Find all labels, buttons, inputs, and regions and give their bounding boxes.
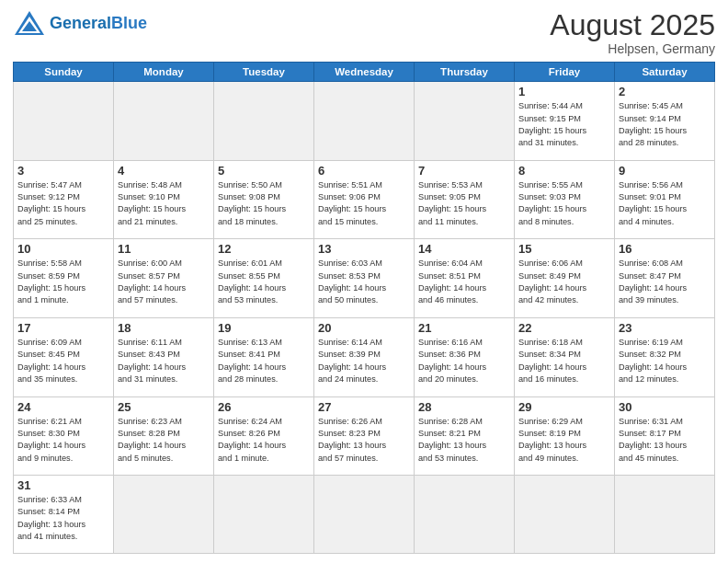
calendar-week-row: 3Sunrise: 5:47 AM Sunset: 9:12 PM Daylig… bbox=[14, 160, 715, 239]
day-number: 5 bbox=[218, 164, 310, 178]
calendar-cell: 12Sunrise: 6:01 AM Sunset: 8:55 PM Dayli… bbox=[214, 239, 314, 318]
calendar-cell: 27Sunrise: 6:26 AM Sunset: 8:23 PM Dayli… bbox=[314, 396, 415, 476]
calendar-cell: 23Sunrise: 6:19 AM Sunset: 8:32 PM Dayli… bbox=[615, 317, 715, 396]
day-number: 19 bbox=[218, 321, 310, 335]
day-info: Sunrise: 6:08 AM Sunset: 8:47 PM Dayligh… bbox=[619, 258, 711, 306]
calendar-cell bbox=[415, 82, 515, 161]
calendar-cell: 31Sunrise: 6:33 AM Sunset: 8:14 PM Dayli… bbox=[14, 476, 114, 554]
weekday-header-saturday: Saturday bbox=[615, 63, 715, 82]
title-month: August 2025 bbox=[550, 9, 715, 41]
calendar-cell: 3Sunrise: 5:47 AM Sunset: 9:12 PM Daylig… bbox=[14, 160, 114, 239]
calendar-cell: 13Sunrise: 6:03 AM Sunset: 8:53 PM Dayli… bbox=[314, 239, 415, 318]
day-info: Sunrise: 5:56 AM Sunset: 9:01 PM Dayligh… bbox=[619, 179, 711, 228]
day-number: 27 bbox=[318, 400, 410, 414]
calendar-cell: 6Sunrise: 5:51 AM Sunset: 9:06 PM Daylig… bbox=[314, 160, 415, 239]
logo: GeneralBlue bbox=[13, 9, 147, 37]
day-info: Sunrise: 6:11 AM Sunset: 8:43 PM Dayligh… bbox=[118, 337, 210, 385]
calendar-cell: 2Sunrise: 5:45 AM Sunset: 9:14 PM Daylig… bbox=[615, 82, 715, 161]
day-number: 9 bbox=[619, 164, 711, 178]
calendar-week-row: 10Sunrise: 5:58 AM Sunset: 8:59 PM Dayli… bbox=[14, 239, 715, 318]
day-info: Sunrise: 5:53 AM Sunset: 9:05 PM Dayligh… bbox=[418, 179, 510, 228]
calendar-cell: 18Sunrise: 6:11 AM Sunset: 8:43 PM Dayli… bbox=[114, 317, 214, 396]
calendar-cell: 5Sunrise: 5:50 AM Sunset: 9:08 PM Daylig… bbox=[214, 160, 314, 239]
calendar-cell: 19Sunrise: 6:13 AM Sunset: 8:41 PM Dayli… bbox=[214, 317, 314, 396]
calendar-cell bbox=[314, 82, 415, 161]
day-info: Sunrise: 5:47 AM Sunset: 9:12 PM Dayligh… bbox=[17, 179, 109, 228]
logo-general: General bbox=[50, 14, 111, 32]
calendar-cell bbox=[615, 476, 715, 554]
calendar-week-row: 1Sunrise: 5:44 AM Sunset: 9:15 PM Daylig… bbox=[14, 82, 715, 161]
weekday-header-thursday: Thursday bbox=[415, 63, 515, 82]
weekday-header-sunday: Sunday bbox=[14, 63, 114, 82]
calendar-cell: 7Sunrise: 5:53 AM Sunset: 9:05 PM Daylig… bbox=[415, 160, 515, 239]
day-number: 23 bbox=[619, 321, 711, 335]
page: GeneralBlue August 2025 Helpsen, Germany… bbox=[0, 0, 728, 563]
day-number: 21 bbox=[418, 321, 510, 335]
weekday-header-friday: Friday bbox=[515, 63, 615, 82]
day-info: Sunrise: 6:01 AM Sunset: 8:55 PM Dayligh… bbox=[218, 258, 310, 306]
day-info: Sunrise: 6:26 AM Sunset: 8:23 PM Dayligh… bbox=[318, 416, 410, 465]
day-info: Sunrise: 6:13 AM Sunset: 8:41 PM Dayligh… bbox=[218, 337, 310, 385]
calendar-week-row: 17Sunrise: 6:09 AM Sunset: 8:45 PM Dayli… bbox=[14, 317, 715, 396]
day-number: 2 bbox=[619, 85, 711, 98]
day-number: 30 bbox=[619, 400, 711, 414]
day-info: Sunrise: 6:04 AM Sunset: 8:51 PM Dayligh… bbox=[418, 258, 510, 306]
day-info: Sunrise: 6:09 AM Sunset: 8:45 PM Dayligh… bbox=[17, 337, 109, 385]
calendar-cell bbox=[114, 82, 214, 161]
calendar-cell: 22Sunrise: 6:18 AM Sunset: 8:34 PM Dayli… bbox=[515, 317, 615, 396]
calendar-cell bbox=[14, 82, 114, 161]
day-number: 8 bbox=[518, 164, 610, 178]
calendar-cell bbox=[114, 476, 214, 554]
day-number: 29 bbox=[518, 400, 610, 414]
day-info: Sunrise: 6:29 AM Sunset: 8:19 PM Dayligh… bbox=[518, 416, 610, 465]
calendar-cell: 17Sunrise: 6:09 AM Sunset: 8:45 PM Dayli… bbox=[14, 317, 114, 396]
calendar-cell: 10Sunrise: 5:58 AM Sunset: 8:59 PM Dayli… bbox=[14, 239, 114, 318]
day-number: 12 bbox=[218, 242, 310, 256]
weekday-header-row: SundayMondayTuesdayWednesdayThursdayFrid… bbox=[14, 63, 715, 82]
day-number: 13 bbox=[318, 242, 410, 256]
day-number: 20 bbox=[318, 321, 410, 335]
day-number: 15 bbox=[518, 242, 610, 256]
calendar-cell: 16Sunrise: 6:08 AM Sunset: 8:47 PM Dayli… bbox=[615, 239, 715, 318]
calendar-cell: 24Sunrise: 6:21 AM Sunset: 8:30 PM Dayli… bbox=[14, 396, 114, 476]
day-number: 31 bbox=[17, 478, 109, 492]
day-info: Sunrise: 6:14 AM Sunset: 8:39 PM Dayligh… bbox=[318, 337, 410, 385]
day-number: 28 bbox=[418, 400, 510, 414]
day-number: 22 bbox=[518, 321, 610, 335]
day-info: Sunrise: 5:51 AM Sunset: 9:06 PM Dayligh… bbox=[318, 179, 410, 228]
day-info: Sunrise: 6:03 AM Sunset: 8:53 PM Dayligh… bbox=[318, 258, 410, 306]
calendar-cell: 29Sunrise: 6:29 AM Sunset: 8:19 PM Dayli… bbox=[515, 396, 615, 476]
calendar-cell: 30Sunrise: 6:31 AM Sunset: 8:17 PM Dayli… bbox=[615, 396, 715, 476]
day-info: Sunrise: 6:21 AM Sunset: 8:30 PM Dayligh… bbox=[17, 416, 109, 465]
day-number: 6 bbox=[318, 164, 410, 178]
calendar-cell: 9Sunrise: 5:56 AM Sunset: 9:01 PM Daylig… bbox=[615, 160, 715, 239]
day-number: 1 bbox=[518, 85, 610, 98]
calendar-cell: 20Sunrise: 6:14 AM Sunset: 8:39 PM Dayli… bbox=[314, 317, 415, 396]
calendar-cell: 11Sunrise: 6:00 AM Sunset: 8:57 PM Dayli… bbox=[114, 239, 214, 318]
logo-icon bbox=[13, 9, 46, 37]
day-number: 24 bbox=[17, 400, 109, 414]
calendar-week-row: 31Sunrise: 6:33 AM Sunset: 8:14 PM Dayli… bbox=[14, 476, 715, 554]
calendar-cell: 1Sunrise: 5:44 AM Sunset: 9:15 PM Daylig… bbox=[515, 82, 615, 161]
day-number: 7 bbox=[418, 164, 510, 178]
header: GeneralBlue August 2025 Helpsen, Germany bbox=[13, 9, 715, 56]
calendar-week-row: 24Sunrise: 6:21 AM Sunset: 8:30 PM Dayli… bbox=[14, 396, 715, 476]
day-number: 11 bbox=[118, 242, 210, 256]
day-info: Sunrise: 5:45 AM Sunset: 9:14 PM Dayligh… bbox=[619, 100, 711, 149]
day-info: Sunrise: 5:58 AM Sunset: 8:59 PM Dayligh… bbox=[17, 258, 109, 306]
calendar-cell bbox=[415, 476, 515, 554]
day-number: 26 bbox=[218, 400, 310, 414]
day-info: Sunrise: 6:23 AM Sunset: 8:28 PM Dayligh… bbox=[118, 416, 210, 465]
day-number: 18 bbox=[118, 321, 210, 335]
calendar-cell bbox=[214, 476, 314, 554]
day-number: 14 bbox=[418, 242, 510, 256]
calendar-cell: 25Sunrise: 6:23 AM Sunset: 8:28 PM Dayli… bbox=[114, 396, 214, 476]
day-number: 4 bbox=[118, 164, 210, 178]
title-block: August 2025 Helpsen, Germany bbox=[550, 9, 715, 56]
calendar-cell: 15Sunrise: 6:06 AM Sunset: 8:49 PM Dayli… bbox=[515, 239, 615, 318]
day-info: Sunrise: 6:28 AM Sunset: 8:21 PM Dayligh… bbox=[418, 416, 510, 465]
weekday-header-wednesday: Wednesday bbox=[314, 63, 415, 82]
day-info: Sunrise: 6:00 AM Sunset: 8:57 PM Dayligh… bbox=[118, 258, 210, 306]
weekday-header-tuesday: Tuesday bbox=[214, 63, 314, 82]
day-info: Sunrise: 5:48 AM Sunset: 9:10 PM Dayligh… bbox=[118, 179, 210, 228]
